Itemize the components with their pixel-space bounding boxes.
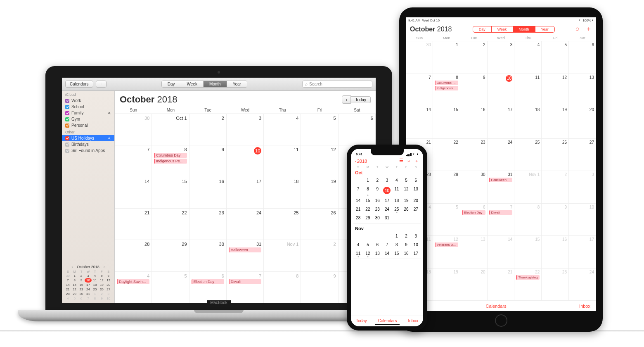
mini-day[interactable]: 3 xyxy=(85,273,91,278)
search-icon[interactable]: ⌕ xyxy=(575,25,580,33)
calendar-event[interactable]: Columbus Day xyxy=(154,153,187,158)
mini-day[interactable]: 30 xyxy=(78,292,85,296)
search-icon[interactable]: ⌕ xyxy=(407,158,410,164)
mini-day[interactable]: 30 xyxy=(64,273,71,278)
mini-day[interactable]: 7 xyxy=(85,296,91,301)
calendar-cell[interactable]: 9 xyxy=(189,145,227,177)
calendar-cell[interactable]: 11 xyxy=(264,145,301,177)
iphone-day[interactable]: 14 xyxy=(382,249,392,258)
mini-day[interactable]: 2 xyxy=(98,292,105,296)
calendar-cell[interactable]: 31Halloween xyxy=(488,171,515,204)
ipad-seg-month[interactable]: Month xyxy=(513,26,535,32)
calendar-cell[interactable]: 8Columbus DayIndigenous Peop… xyxy=(433,74,460,107)
calendar-cell[interactable]: 7Diwali xyxy=(227,272,264,303)
iphone-day[interactable]: 8 xyxy=(363,185,372,196)
mini-day[interactable]: 11 xyxy=(92,278,98,283)
iphone-day[interactable]: 7 xyxy=(382,240,392,249)
calendar-cell[interactable]: 5 xyxy=(542,41,569,74)
calendar-cell[interactable]: 6Election Day xyxy=(460,204,488,236)
calendar-cell[interactable]: 5 xyxy=(301,114,338,145)
calendar-cell[interactable]: 22Thanksgiving xyxy=(514,269,542,301)
calendar-cell[interactable]: 10 xyxy=(569,204,596,236)
calendar-cell[interactable]: 17 xyxy=(569,236,596,269)
calendar-event[interactable]: Thanksgiving xyxy=(516,275,540,280)
calendar-cell[interactable]: 18 xyxy=(514,106,542,139)
calendar-cell[interactable]: 3 xyxy=(488,41,515,74)
ipad-seg-week[interactable]: Week xyxy=(492,26,513,32)
mini-day[interactable]: 31 xyxy=(85,292,91,296)
calendar-event[interactable]: Indigenous Peop… xyxy=(435,86,458,90)
calendar-event[interactable]: Veterans Day (o… xyxy=(435,242,458,247)
mini-day[interactable]: 8 xyxy=(71,278,78,283)
ipad-calendars-button[interactable]: Calendars xyxy=(486,304,507,309)
mini-day[interactable]: 2 xyxy=(78,273,85,278)
calendar-cell[interactable]: 16 xyxy=(189,177,227,209)
iphone-day[interactable]: 24 xyxy=(382,205,392,214)
calendar-cell[interactable]: 14 xyxy=(115,177,152,209)
iphone-day[interactable]: 27 xyxy=(411,205,421,214)
calendar-cell[interactable]: 20 xyxy=(460,269,488,301)
iphone-day[interactable]: 1 xyxy=(392,232,401,240)
ipad-home-button[interactable] xyxy=(495,314,507,327)
iphone-day[interactable]: 16 xyxy=(373,196,382,205)
calendar-cell[interactable]: 10 xyxy=(227,145,264,177)
back-year-button[interactable]: ‹2018 xyxy=(355,159,367,164)
iphone-day[interactable]: 10 xyxy=(382,185,392,196)
search-input[interactable]: ⌕ Search xyxy=(302,81,372,88)
calendar-checkbox[interactable] xyxy=(65,124,69,128)
calendar-cell[interactable]: 21 xyxy=(115,209,152,240)
mini-day[interactable]: 10 xyxy=(105,296,112,301)
calendar-cell[interactable]: 28 xyxy=(115,240,152,271)
mini-day[interactable]: 17 xyxy=(85,283,91,287)
mini-day[interactable]: 1 xyxy=(71,273,78,278)
calendar-cell[interactable]: 16 xyxy=(460,106,488,139)
calendar-cell[interactable]: 31Halloween xyxy=(227,240,264,271)
mini-day[interactable]: 8 xyxy=(92,296,98,301)
calendar-cell[interactable]: 26 xyxy=(542,139,569,171)
mini-day[interactable]: 20 xyxy=(105,283,112,287)
mini-prev-month[interactable]: ‹ xyxy=(70,265,74,269)
mini-day[interactable]: 25 xyxy=(92,287,98,292)
sidebar-calendar-item[interactable]: School xyxy=(62,104,114,110)
calendar-cell[interactable]: 5 xyxy=(152,272,189,303)
prev-month-button[interactable]: ‹ xyxy=(342,95,351,104)
iphone-day[interactable]: 3 xyxy=(411,232,421,240)
calendar-cell[interactable]: 4 xyxy=(514,41,542,74)
calendar-checkbox[interactable] xyxy=(65,143,69,147)
calendar-event[interactable]: Halloween xyxy=(489,178,513,182)
iphone-day[interactable]: 30 xyxy=(373,214,382,222)
iphone-day[interactable]: 28 xyxy=(353,214,363,222)
calendar-cell[interactable]: Nov 1 xyxy=(514,171,542,204)
iphone-day[interactable]: 4 xyxy=(353,240,363,249)
calendar-event[interactable]: Diwali xyxy=(489,210,513,215)
calendar-cell[interactable]: 27 xyxy=(569,139,596,171)
calendar-cell[interactable]: 4Daylight Saving… xyxy=(115,272,152,303)
iphone-day[interactable]: 22 xyxy=(363,205,372,214)
mac-seg-month[interactable]: Month xyxy=(204,81,227,87)
calendar-cell[interactable]: 13 xyxy=(569,74,596,107)
list-view-icon[interactable]: ☰ xyxy=(399,158,403,164)
calendar-event[interactable]: Election Day xyxy=(462,210,485,215)
calendar-checkbox[interactable] xyxy=(65,105,69,109)
mini-day[interactable]: 5 xyxy=(98,273,105,278)
calendar-cell[interactable]: 6 xyxy=(339,114,376,145)
calendar-cell[interactable]: 24 xyxy=(227,209,264,240)
add-calendar-button[interactable]: + xyxy=(96,81,107,88)
sidebar-calendar-item[interactable]: US Holidays xyxy=(62,135,114,141)
iphone-day[interactable]: 13 xyxy=(373,249,382,258)
iphone-day[interactable]: 4 xyxy=(392,176,401,185)
calendar-event[interactable]: Columbus Day xyxy=(435,81,458,85)
calendar-cell[interactable]: 6Election Day xyxy=(189,272,227,303)
iphone-day[interactable]: 2 xyxy=(401,232,411,240)
sidebar-calendar-item[interactable]: Birthdays xyxy=(62,141,114,147)
iphone-day[interactable]: 9 xyxy=(373,185,382,196)
mini-day[interactable]: 6 xyxy=(105,273,112,278)
calendar-cell[interactable]: 17 xyxy=(488,106,515,139)
mini-day[interactable]: 4 xyxy=(92,273,98,278)
iphone-day[interactable]: 18 xyxy=(392,196,401,205)
iphone-day[interactable]: 1 xyxy=(363,176,372,185)
calendar-cell[interactable]: 9 xyxy=(460,74,488,107)
ipad-seg-day[interactable]: Day xyxy=(473,26,492,32)
calendar-cell[interactable]: 4 xyxy=(264,114,301,145)
calendar-cell[interactable]: 1 xyxy=(433,41,460,74)
